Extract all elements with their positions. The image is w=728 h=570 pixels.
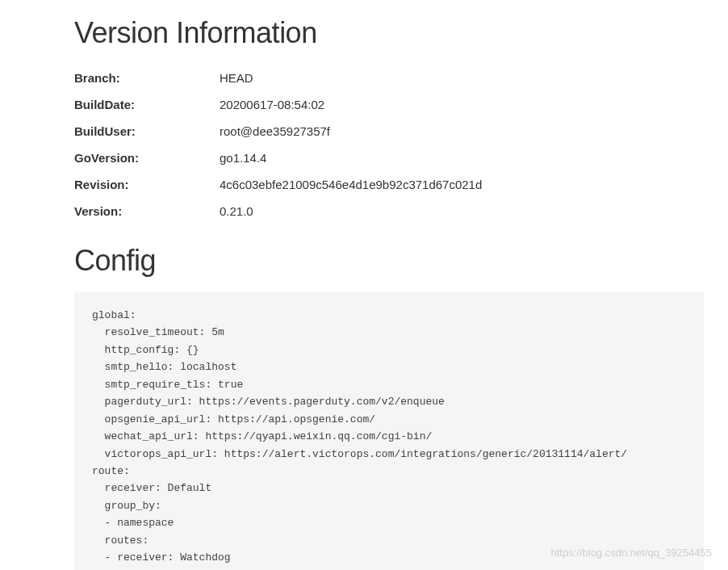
version-label: Version:: [74, 198, 220, 224]
goversion-value: go1.14.4: [220, 145, 482, 171]
builduser-value: root@dee35927357f: [220, 118, 482, 145]
version-value: 0.21.0: [220, 198, 482, 224]
table-row: Revision: 4c6c03ebfe21009c546e4d1e9b92c3…: [74, 171, 482, 198]
table-row: BuildUser: root@dee35927357f: [74, 118, 482, 145]
table-row: GoVersion: go1.14.4: [74, 145, 482, 171]
table-row: Branch: HEAD: [74, 65, 482, 91]
version-information-heading: Version Information: [74, 16, 728, 50]
config-heading: Config: [74, 244, 728, 278]
revision-label: Revision:: [74, 171, 220, 198]
goversion-label: GoVersion:: [74, 145, 220, 171]
version-info-table: Branch: HEAD BuildDate: 20200617-08:54:0…: [74, 65, 482, 224]
revision-value: 4c6c03ebfe21009c546e4d1e9b92c371d67c021d: [220, 171, 482, 198]
table-row: Version: 0.21.0: [74, 198, 482, 224]
branch-label: Branch:: [74, 65, 220, 91]
branch-value: HEAD: [220, 65, 482, 91]
builduser-label: BuildUser:: [74, 118, 220, 145]
builddate-value: 20200617-08:54:02: [220, 91, 482, 118]
table-row: BuildDate: 20200617-08:54:02: [74, 91, 482, 118]
config-code-block: global: resolve_timeout: 5m http_config:…: [74, 292, 704, 570]
builddate-label: BuildDate:: [74, 91, 220, 118]
